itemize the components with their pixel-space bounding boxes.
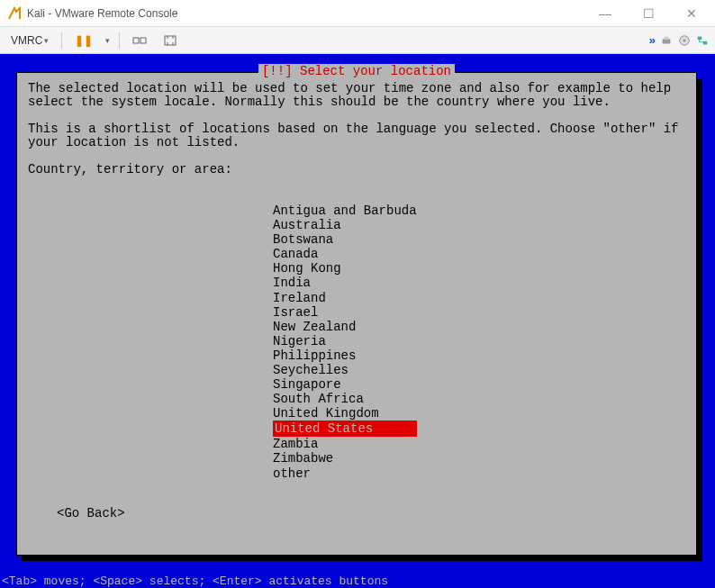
intro-text: The selected location will be used to se…	[28, 82, 685, 176]
intro-para-2: This is a shortlist of locations based o…	[28, 122, 685, 150]
dialog-body: The selected location will be used to se…	[17, 73, 696, 531]
svg-point-6	[683, 39, 686, 41]
dialog-title: [!!] Select your location	[258, 64, 455, 78]
vm-console[interactable]: [!!] Select your location The selected l…	[0, 54, 715, 588]
location-item[interactable]: Seychelles	[273, 363, 685, 377]
fullscreen-icon	[163, 33, 177, 48]
svg-rect-2	[165, 36, 176, 45]
location-item[interactable]: Zimbabwe	[273, 451, 685, 466]
intro-para-1: The selected location will be used to se…	[28, 82, 685, 110]
vmware-icon	[7, 6, 22, 21]
maximize-button[interactable]: ☐	[636, 5, 661, 23]
location-item[interactable]: New Zealand	[273, 320, 685, 334]
power-dropdown[interactable]	[104, 34, 112, 47]
network-icon[interactable]	[695, 33, 710, 48]
location-item[interactable]: Singapore	[273, 377, 685, 392]
close-button[interactable]: ✕	[679, 5, 704, 23]
toolbar-right: »	[649, 33, 710, 48]
location-item[interactable]: Nigeria	[273, 334, 685, 348]
location-item[interactable]: Canada	[273, 247, 685, 261]
location-item[interactable]: Ireland	[273, 291, 685, 305]
location-item[interactable]: South Africa	[273, 392, 685, 406]
key-hint: <Tab> moves; <Space> selects; <Enter> ac…	[2, 574, 388, 588]
minimize-button[interactable]: —	[593, 5, 618, 23]
location-item[interactable]: Israel	[273, 305, 685, 320]
location-item[interactable]: Australia	[273, 218, 685, 232]
printer-icon[interactable]	[659, 33, 674, 48]
titlebar: Kali - VMware Remote Console — ☐ ✕	[0, 0, 715, 27]
svg-rect-1	[140, 38, 146, 43]
location-item[interactable]: India	[273, 276, 685, 290]
svg-rect-7	[698, 36, 701, 40]
toolbar-separator	[61, 32, 62, 49]
go-back-button[interactable]: <Go Back>	[57, 506, 685, 520]
toolbar: VMRC ❚❚ »	[0, 27, 715, 54]
prompt-text: Country, territory or area:	[28, 163, 685, 176]
connect-icon[interactable]: »	[649, 33, 656, 47]
location-item[interactable]: other	[273, 466, 685, 481]
location-item[interactable]: Botswana	[273, 232, 685, 247]
send-cad-button[interactable]	[127, 32, 152, 50]
send-cad-icon	[132, 33, 147, 48]
cd-icon[interactable]	[677, 33, 692, 48]
installer-dialog: [!!] Select your location The selected l…	[16, 72, 697, 556]
fullscreen-button[interactable]	[158, 32, 183, 50]
vmrc-menu[interactable]: VMRC	[5, 32, 54, 49]
location-item[interactable]: United Kingdom	[273, 406, 685, 421]
location-item[interactable]: Antigua and Barbuda	[273, 204, 685, 218]
svg-rect-0	[133, 38, 139, 43]
window-controls: — ☐ ✕	[593, 5, 704, 23]
pause-icon: ❚❚	[75, 34, 93, 47]
location-item[interactable]: Zambia	[273, 437, 685, 451]
location-item[interactable]: Philippines	[273, 348, 685, 363]
pause-button[interactable]: ❚❚	[69, 32, 98, 49]
location-item[interactable]: Hong Kong	[273, 261, 685, 276]
location-item-selected[interactable]: United States	[273, 421, 417, 437]
location-list[interactable]: Antigua and BarbudaAustraliaBotswanaCana…	[273, 204, 685, 481]
toolbar-separator	[119, 32, 120, 49]
svg-rect-4	[664, 36, 668, 40]
window-title: Kali - VMware Remote Console	[27, 7, 593, 20]
